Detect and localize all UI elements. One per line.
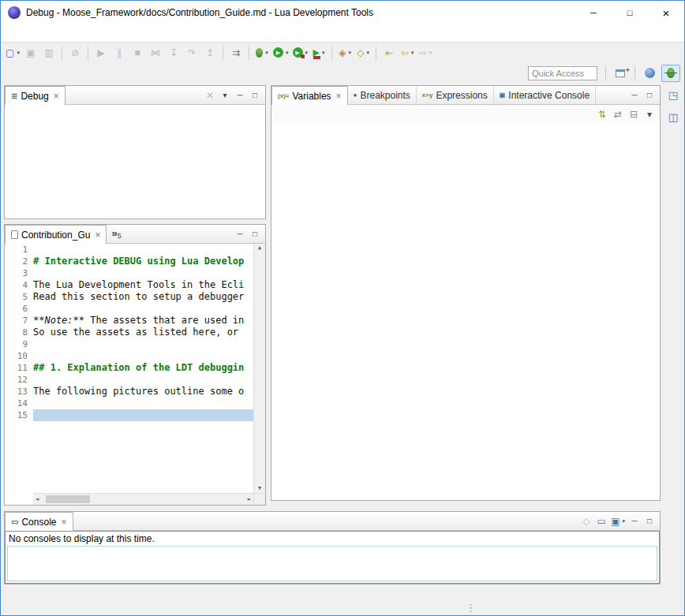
close-icon[interactable]: × <box>61 517 66 527</box>
hidden-tabs-indicator[interactable]: »5 <box>107 228 125 240</box>
code-line[interactable] <box>33 409 253 421</box>
remove-terminated-button[interactable]: ✕ <box>203 88 217 103</box>
run-button[interactable]: ▶ <box>271 44 290 62</box>
menu-item[interactable] <box>65 31 77 35</box>
code-line[interactable]: The following pictures outline some o <box>33 386 253 398</box>
restore-minimized-views-button[interactable]: ◳ <box>665 87 681 103</box>
code-line[interactable] <box>33 338 253 350</box>
line-number[interactable]: 12 <box>5 374 33 386</box>
line-number[interactable]: 7 <box>5 315 33 327</box>
save-button[interactable]: ▣ <box>22 44 39 62</box>
step-into-button[interactable]: ↧ <box>165 44 182 62</box>
scroll-down-icon[interactable]: ▼ <box>258 486 261 491</box>
new-wizard-button[interactable]: ▢ <box>4 44 21 62</box>
scroll-right-icon[interactable]: ► <box>248 497 251 502</box>
pin-console-button[interactable]: ◇ <box>579 514 593 528</box>
menu-item[interactable] <box>52 31 65 35</box>
suspend-button[interactable]: ∥ <box>110 44 128 62</box>
minimized-view-button[interactable]: ◫ <box>665 109 681 125</box>
line-number-ruler[interactable]: 123456789101112131415 <box>5 244 33 493</box>
step-return-button[interactable]: ↥ <box>201 44 219 62</box>
line-number[interactable]: 4 <box>5 279 33 291</box>
tab-debug[interactable]: ≣ Debug × <box>5 86 66 105</box>
title-bar[interactable]: Debug - Moose_Framework/docs/Contributio… <box>1 1 684 24</box>
line-number[interactable]: 10 <box>5 350 33 362</box>
console-text-area[interactable] <box>7 546 657 581</box>
minimize-view-button[interactable]: ─ <box>233 88 247 103</box>
line-number[interactable]: 3 <box>5 267 33 279</box>
scroll-left-icon[interactable]: ◄ <box>36 497 39 502</box>
variables-content[interactable] <box>271 124 660 500</box>
code-line[interactable]: So use the assets as listed here, or <box>33 327 253 338</box>
open-perspective-button[interactable] <box>611 65 630 82</box>
menu-item[interactable] <box>39 31 52 35</box>
code-line[interactable]: # Interactive DEBUG using Lua Develop <box>33 256 253 267</box>
code-line[interactable] <box>33 350 253 362</box>
tab-breakpoints[interactable]: ● Breakpoints <box>348 86 417 104</box>
debug-content[interactable] <box>5 105 265 218</box>
line-number[interactable]: 6 <box>5 303 33 315</box>
code-area[interactable]: # Interactive DEBUG using Lua DevelopThe… <box>33 244 253 493</box>
step-over-button[interactable]: ↷ <box>183 44 200 62</box>
maximize-view-button[interactable]: □ <box>248 227 262 241</box>
use-step-filters-button[interactable]: ⇉ <box>227 44 245 62</box>
show-type-names-button[interactable]: ⇅ <box>594 106 610 122</box>
debug-button[interactable] <box>253 44 271 62</box>
code-line[interactable] <box>33 398 253 409</box>
line-number[interactable]: 1 <box>5 244 33 256</box>
tab-interactive-console[interactable]: ▣ Interactive Console <box>494 86 596 104</box>
code-line[interactable] <box>33 303 253 315</box>
minimize-button[interactable]: ─ <box>575 1 612 24</box>
view-menu-button[interactable]: ▾ <box>642 106 657 122</box>
line-number[interactable]: 8 <box>5 327 33 338</box>
minimize-view-button[interactable]: ─ <box>627 88 642 103</box>
resume-button[interactable]: ▶ <box>92 44 110 62</box>
code-line[interactable] <box>33 374 253 386</box>
maximize-view-button[interactable]: □ <box>248 88 262 103</box>
collapse-all-button[interactable]: ⊟ <box>626 106 642 122</box>
coverage-button[interactable]: ▶ <box>291 44 310 62</box>
skip-all-breakpoints-button[interactable]: ⊘ <box>66 44 84 62</box>
line-number[interactable]: 15 <box>5 409 33 421</box>
code-line[interactable]: Read this section to setup a debugger <box>33 291 253 303</box>
line-number[interactable]: 14 <box>5 398 33 409</box>
code-line[interactable]: ## 1. Explanation of the LDT debuggin <box>33 362 253 374</box>
code-line[interactable]: The Lua Development Tools in the Ecli <box>33 279 253 291</box>
scroll-up-icon[interactable]: ▲ <box>258 245 261 251</box>
resize-grip-icon[interactable]: ⋮ <box>466 603 476 613</box>
display-selected-console-button[interactable]: ▭ <box>594 514 608 528</box>
last-edit-location-button[interactable]: ⇤ <box>380 44 398 62</box>
minimize-view-button[interactable]: ─ <box>233 227 247 241</box>
terminate-button[interactable]: ■ <box>129 44 146 62</box>
open-element-button[interactable]: ◈ <box>336 44 354 62</box>
back-button[interactable]: ⇦ <box>399 44 416 62</box>
scrollbar-thumb[interactable] <box>46 495 90 503</box>
line-number[interactable]: 2 <box>5 256 33 267</box>
menu-item[interactable] <box>14 31 27 35</box>
close-icon[interactable]: × <box>336 91 342 101</box>
save-all-button[interactable]: ▥ <box>40 44 58 62</box>
forward-button[interactable]: ⇨ <box>417 44 434 62</box>
debug-perspective-button[interactable] <box>661 65 680 82</box>
disconnect-button[interactable]: ⋈ <box>147 44 164 62</box>
code-line[interactable]: **Note:** The assets that are used in <box>33 315 253 327</box>
line-number[interactable]: 5 <box>5 291 33 303</box>
close-icon[interactable]: × <box>95 230 100 240</box>
tab-variables[interactable]: (x)= Variables × <box>271 86 348 105</box>
menu-item[interactable] <box>27 31 39 35</box>
line-number[interactable]: 9 <box>5 338 33 350</box>
code-line[interactable] <box>33 244 253 256</box>
ldt-perspective-button[interactable] <box>640 65 659 82</box>
maximize-button[interactable]: □ <box>612 1 648 24</box>
external-tools-button[interactable]: ▶ <box>310 44 328 62</box>
line-number[interactable]: 11 <box>5 362 33 374</box>
open-console-button[interactable]: ▣ <box>609 514 627 528</box>
quick-access-input[interactable]: Quick Access <box>528 66 597 80</box>
show-logical-structures-button[interactable]: ⇄ <box>610 106 626 122</box>
minimize-view-button[interactable]: ─ <box>627 514 642 528</box>
close-button[interactable]: × <box>648 1 684 24</box>
close-icon[interactable]: × <box>54 91 59 101</box>
view-menu-button[interactable]: ▾ <box>218 88 232 103</box>
menu-item[interactable] <box>2 31 14 35</box>
vertical-scrollbar[interactable]: ▲ ▼ <box>253 244 265 493</box>
